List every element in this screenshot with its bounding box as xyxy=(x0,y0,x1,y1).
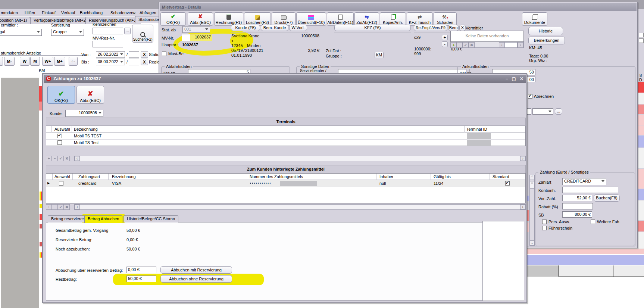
scroll-left-arrow[interactable]: ‹ xyxy=(75,156,80,161)
nav-cancel-button[interactable]: ✖ xyxy=(64,156,70,161)
mvnr-input[interactable]: 1002637 xyxy=(182,34,212,41)
nav-delete-button[interactable]: − xyxy=(52,156,58,161)
fuehrerschein-checkbox[interactable] xyxy=(542,226,547,230)
abbuchen-ohne-reservierung-button[interactable]: Abbuchen ohne Reservierung xyxy=(160,275,232,283)
nav-post-button[interactable]: ✔ xyxy=(58,204,64,210)
nav-scroll-right[interactable]: › xyxy=(518,42,523,48)
nav-cancel-button[interactable]: ✖ xyxy=(469,42,475,48)
menu-item[interactable]: Buchhaltung xyxy=(80,10,103,15)
von-clear-button[interactable]: X xyxy=(141,51,148,58)
mv-abbr-button[interactable]: ✘Abbr.(ESC) xyxy=(188,12,213,26)
mv-schaeden-button[interactable]: ⚒●Schäden xyxy=(434,12,457,26)
right-browse-button[interactable]: ... xyxy=(555,108,562,115)
mv-kfztausch-button[interactable]: ⇄KFZ Tausch xyxy=(407,12,433,26)
mietvertrag-titlebar[interactable]: Mietvertrag - Details xyxy=(160,3,637,11)
nav-post-button[interactable]: ✔ xyxy=(58,156,64,161)
wvorl-button[interactable]: W.Vorl. xyxy=(289,25,307,31)
nav-add-button[interactable]: + xyxy=(46,156,52,161)
suchen-button[interactable]: Suchen(F2) xyxy=(132,25,153,43)
col-zahlungsart[interactable]: Zahlungsart xyxy=(78,174,100,179)
mv-uebersicht-button[interactable]: Übersicht(F10) xyxy=(296,12,326,26)
close-icon[interactable]: ✕ xyxy=(520,76,523,81)
nav-scroll-left[interactable]: ‹ xyxy=(499,42,505,48)
scroll-up-arrow[interactable]: ⌃ xyxy=(530,175,534,180)
mv-loeschen-button[interactable]: Löschen(F3) xyxy=(244,12,271,26)
bem-kunde-button[interactable]: Bem. Kunde xyxy=(261,25,288,31)
weitere-fah-checkbox[interactable] xyxy=(591,220,595,224)
menu-item[interactable]: Schadenverw. xyxy=(110,10,136,15)
vermittler-plus-button[interactable]: + xyxy=(442,35,448,40)
stat-ab-select[interactable]: 001 xyxy=(182,26,210,33)
kunde-f5-button[interactable]: Kunde (F5) xyxy=(231,25,260,31)
zahlungen-titlebar[interactable]: C Zahlungen zu 1002637 – ▢ ✕ xyxy=(44,75,526,83)
mv-kopie-button[interactable]: Kopie/Anh. xyxy=(380,12,406,26)
abbuchung-reserviert-input[interactable]: 0,00 € xyxy=(126,267,156,273)
bis-clear-button[interactable]: X xyxy=(141,59,148,65)
abrechnen-checkbox[interactable] xyxy=(528,94,532,99)
sb-input[interactable]: 800,00 € xyxy=(562,211,592,218)
back-arrow-button[interactable]: ⇦ xyxy=(69,57,78,66)
col-bezeichnung[interactable]: Bezeichnung xyxy=(74,127,98,131)
col-bezeichnung[interactable]: Bezeichnung xyxy=(112,174,136,179)
nav-cancel-button[interactable]: ✖ xyxy=(64,204,70,210)
mvres-input[interactable] xyxy=(93,41,123,47)
bis-date-select[interactable]: 08.03.2022 xyxy=(96,59,125,65)
nav-add-button[interactable]: + xyxy=(451,42,457,48)
von-extra-input[interactable] xyxy=(129,51,139,58)
mv-abdaten-button[interactable]: ABDaten(F11) xyxy=(327,12,354,26)
m-button[interactable]: M xyxy=(30,57,40,66)
terminal-row[interactable]: Mobil TS Test xyxy=(46,140,525,146)
zm-checkbox[interactable] xyxy=(59,181,63,186)
dlg-kunde-select[interactable]: 10000508 xyxy=(65,110,103,117)
tab-betrag-reservieren[interactable]: Betrag reservieren xyxy=(48,215,88,223)
bemerkungen-button[interactable]: Bemerkungen xyxy=(528,37,565,44)
zahlart-select[interactable]: CREDITCARD xyxy=(562,178,606,185)
nav-delete-button[interactable]: − xyxy=(457,42,463,48)
menu-item[interactable]: Einkauf xyxy=(42,10,56,15)
scroll-down-arrow[interactable]: ⌄ xyxy=(530,240,534,245)
scroll-right-arrow[interactable]: › xyxy=(520,156,525,161)
zm-standard-checkbox[interactable] xyxy=(505,181,510,186)
terminals-hscrollbar[interactable]: ‹ › xyxy=(74,156,526,161)
w-button[interactable]: W xyxy=(20,57,29,66)
menu-item[interactable]: Abfragen xyxy=(140,10,156,15)
v-minus-button[interactable]: V- xyxy=(0,57,3,66)
m-minus-button[interactable]: M- xyxy=(4,57,15,66)
von-date-select[interactable]: 26.02.2022 xyxy=(96,51,125,58)
scroll-thumb[interactable]: ≡ xyxy=(530,181,534,189)
dlg-ok-button[interactable]: ✔OK(F2) xyxy=(47,86,75,104)
vermittler-select[interactable]: gal xyxy=(0,29,42,36)
historie-button[interactable]: Historie xyxy=(528,27,563,35)
vorzahl-input[interactable]: 52,00 € xyxy=(562,195,592,201)
mv-druck-button[interactable]: Druck(F7) xyxy=(272,12,296,26)
km-button[interactable]: KM xyxy=(375,52,384,58)
mv-ok-button[interactable]: ✔OK(F2) xyxy=(160,12,186,26)
mv-zuab-button[interactable]: ⇆Zu/Ab(F12) xyxy=(354,12,379,26)
col-gueltig-bis[interactable]: Gültig bis xyxy=(434,174,451,179)
buchen-button[interactable]: Buchen(F8) xyxy=(594,195,620,202)
reempf-close-button[interactable]: X xyxy=(459,25,466,31)
bis-extra-input[interactable] xyxy=(129,59,139,65)
nav-post-button[interactable]: ✔ xyxy=(463,42,469,48)
col-standard[interactable]: Standard xyxy=(493,174,509,179)
sortierung-select[interactable]: Gruppe xyxy=(51,29,84,36)
nav-scroll-box[interactable] xyxy=(505,42,518,48)
minimize-icon[interactable]: – xyxy=(506,76,508,81)
nav-add-button[interactable]: + xyxy=(46,204,52,210)
vertical-scrollbar[interactable]: ⌃ ≡ ⌄ xyxy=(529,175,535,246)
menu-item[interactable]: mmdaten xyxy=(1,10,18,15)
tab-historie-belege[interactable]: Historie/Belege/CC Storno xyxy=(124,215,178,223)
reempf-bem-button[interactable]: Bem xyxy=(448,25,459,31)
maximize-icon[interactable]: ▢ xyxy=(512,76,516,81)
pers-ausw-checkbox[interactable] xyxy=(542,220,547,224)
dlg-abbr-button[interactable]: ✘Abbr.(ESC) xyxy=(76,86,104,104)
reempf-button[interactable]: Re-Empf./Vers.F9 xyxy=(414,25,447,31)
scroll-right-arrow[interactable]: › xyxy=(520,205,525,209)
terminal-row[interactable]: Mobil TS TEST xyxy=(46,133,525,140)
kennzeichen-browse-button[interactable]: ... xyxy=(124,28,131,34)
m-plus-button[interactable]: M+ xyxy=(54,57,65,66)
col-auswahl[interactable]: Auswahl xyxy=(54,174,70,179)
vermittler-minus-button[interactable]: - xyxy=(442,41,448,47)
tab-betrag-abbuchen[interactable]: Betrag Abbuchen xyxy=(84,215,122,223)
abbuchen-mit-reservierung-button[interactable]: Abbuchen mit Reservierung xyxy=(160,266,232,274)
